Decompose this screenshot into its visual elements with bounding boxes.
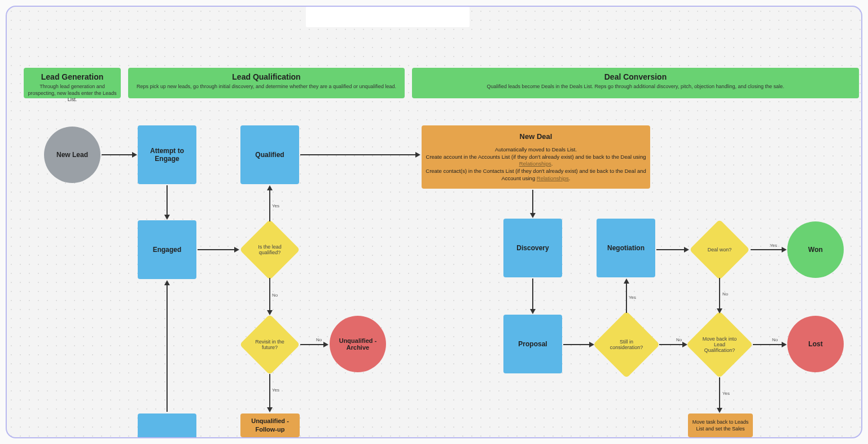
arrow [198,249,235,250]
arrow [659,344,683,345]
header-deal-conversion: Deal Conversion Qualified leads become D… [412,68,859,98]
arrow [532,190,533,214]
edge-label: No [676,337,682,342]
edge-label: Yes [272,203,279,208]
decision-deal-won[interactable]: Deal won? [689,219,749,280]
arrow [753,344,782,345]
arrowhead [589,342,594,347]
arrow [626,283,627,313]
node-attempt-engage[interactable]: Attempt to Engage [138,125,196,184]
arrowhead [782,247,787,253]
arrow [563,344,590,345]
decision-move-back[interactable]: Move back into Lead Qualification? [686,311,753,378]
arrowhead [530,213,536,218]
arrow [719,377,720,408]
link-relationships[interactable]: Relationships [537,175,569,181]
header-desc: Reps pick up new leads, go through initi… [131,84,401,90]
header-lead-generation: Lead Generation Through lead generation … [24,68,121,98]
arrow [300,154,416,155]
arrowhead [164,215,170,220]
node-discovery[interactable]: Discovery [503,219,562,277]
node-move-task[interactable]: Move task back to Leads List and set the… [688,413,753,437]
arrowhead [717,308,722,314]
arrow [166,185,168,215]
arrow [269,374,270,408]
arrow [102,154,133,155]
header-title: Deal Conversion [415,72,856,81]
link-relationships[interactable]: Relationships [519,160,551,167]
edge-label: No [722,291,728,297]
node-new-deal[interactable]: New Deal Automatically moved to Deals Li… [422,125,650,189]
decision-still-consideration[interactable]: Still in consideration? [593,311,660,378]
header-desc: Qualified leads become Deals in the Deal… [415,84,856,90]
arrowhead [415,152,420,158]
arrow [751,249,782,250]
decision-revisit[interactable]: Revisit in the future? [239,314,300,375]
header-lead-qualification: Lead Qualification Reps pick up new lead… [128,68,405,98]
arrow [719,278,720,309]
arrowhead [717,408,722,413]
arrowhead [682,342,687,347]
new-deal-title: New Deal [520,132,553,142]
header-title: Lead Generation [27,72,117,81]
node-new-lead[interactable]: New Lead [44,127,100,183]
edge-label: Yes [722,391,730,396]
node-lost[interactable]: Lost [787,316,844,372]
new-deal-line1: Automatically moved to Deals List. [495,146,577,154]
flowchart-canvas: Lead Generation Through lead generation … [7,7,861,437]
node-qualified[interactable]: Qualified [240,125,299,184]
header-desc: Through lead generation and prospecting,… [27,84,117,103]
edge-label: Yes [272,388,279,393]
node-negotiation[interactable]: Negotiation [597,219,655,277]
arrowhead [323,342,328,347]
node-proposal[interactable]: Proposal [503,315,562,373]
arrowhead [267,185,273,190]
arrowhead [530,309,536,314]
arrowhead [164,280,170,285]
decision-is-qualified[interactable]: Is the lead qualified? [239,219,300,280]
arrow [300,344,324,345]
edge-label: No [772,337,778,342]
white-placeholder [306,7,470,27]
arrow [656,249,685,250]
edge-label: Yes [629,295,636,300]
arrowhead [684,247,689,253]
node-won[interactable]: Won [787,221,844,278]
new-deal-line2: Create account in the Accounts List (if … [425,154,647,168]
header-title: Lead Qualification [131,72,401,81]
arrowhead [782,342,787,347]
arrowhead [624,278,629,284]
edge-label: No [316,337,322,342]
arrow [269,190,270,221]
new-deal-line3: Create contact(s) in the Contacts List (… [425,168,647,182]
node-partial-blue[interactable] [138,413,196,438]
arrow [166,285,168,412]
node-unqualified-archive[interactable]: Unqualified - Archive [330,316,386,372]
edge-label: No [272,293,278,298]
arrow [269,278,270,311]
arrowhead [267,407,273,412]
arrowhead [234,247,239,253]
arrowhead [132,152,137,158]
arrow [532,278,533,310]
node-engaged[interactable]: Engaged [138,220,196,279]
diagram-frame[interactable]: Lead Generation Through lead generation … [6,6,862,438]
node-unqualified-followup[interactable]: Unqualified - Follow-up [240,413,300,437]
arrowhead [267,310,273,315]
edge-label: Yes [770,243,777,248]
